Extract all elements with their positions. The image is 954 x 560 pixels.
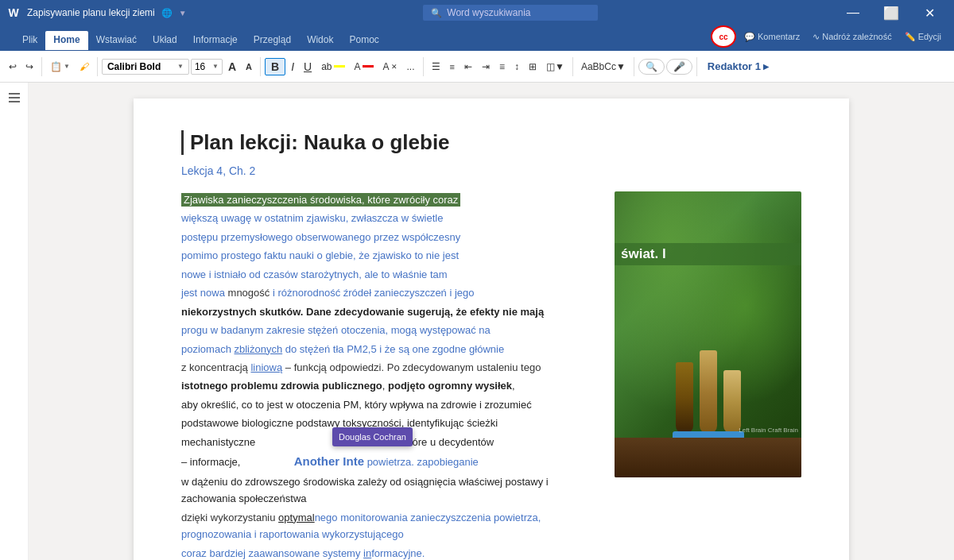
- styles-button[interactable]: AaBbCc▼: [577, 59, 630, 75]
- paragraph-3: postępu przemysłowego obserwowanego prze…: [181, 229, 599, 245]
- mic-icon: 🎤: [673, 61, 685, 72]
- dictate-button[interactable]: 🎤: [666, 59, 692, 75]
- align-button[interactable]: ≡: [495, 59, 509, 75]
- komentarz-button[interactable]: 💬 Komentarz: [739, 29, 805, 44]
- paragraph-11: istotnego problemu zdrowia publicznego, …: [181, 377, 599, 394]
- tab-pomoc[interactable]: Pomoc: [341, 31, 386, 50]
- edit-icon: ✏️: [905, 32, 916, 42]
- status-icon: 🌐: [161, 8, 173, 18]
- font-size-selector[interactable]: 16 ▼: [191, 59, 223, 75]
- document-heading: Plan lekcji: Nauka o glebie: [181, 130, 801, 155]
- divider-4: [423, 57, 424, 76]
- dropdown-icon[interactable]: ▼: [179, 9, 187, 17]
- clipboard-dropdown: ▼: [64, 63, 70, 70]
- maximize-button[interactable]: ⬜: [873, 0, 909, 25]
- search-input[interactable]: [447, 7, 590, 18]
- divider-2: [97, 57, 98, 76]
- editor-button[interactable]: Redaktor 1 ▶: [701, 58, 775, 75]
- font-dropdown-arrow: ▼: [177, 63, 184, 70]
- tubes-group: [676, 350, 741, 434]
- image-stripe: świat. l: [615, 243, 801, 265]
- window-controls: — ⬜ ✕: [835, 0, 948, 25]
- highlight-icon: ab: [321, 61, 332, 72]
- tab-informacje[interactable]: Informacje: [185, 31, 246, 50]
- word-logo: W: [5, 6, 21, 20]
- italic-button[interactable]: I: [287, 58, 298, 75]
- clear-format-icon: A: [383, 61, 390, 72]
- sidebar-icon[interactable]: [6, 91, 22, 106]
- paragraph-2: większą uwagę w ostatnim zjawisku, zwłas…: [181, 210, 599, 226]
- outdent-button[interactable]: ⇤: [460, 59, 476, 75]
- paragraph-16: w dążeniu do zdrowszego środowiska zależ…: [181, 473, 599, 508]
- line-spacing-button[interactable]: ↕: [510, 59, 523, 75]
- bullet-list-button[interactable]: ☰: [428, 59, 444, 75]
- borders-button[interactable]: ⊞: [525, 59, 541, 75]
- clipboard-icon: 📋: [50, 61, 62, 72]
- ribbon-tabs-row: Plik Home Wstawiać Układ Informacje Prze…: [0, 25, 954, 51]
- font-color-button[interactable]: A: [351, 59, 378, 75]
- tab-widok[interactable]: Widok: [299, 31, 341, 50]
- ribbon-right-area: cc 💬 Komentarz ∿ Nadróż zależność ✏️ Edy…: [711, 25, 946, 51]
- search-icon: 🔍: [431, 8, 442, 18]
- tab-plik[interactable]: Plik: [14, 31, 45, 50]
- clear-format-button[interactable]: A ✕: [379, 59, 401, 75]
- ribbon-tabs: Plik Home Wstawiać Układ Informacje Prze…: [8, 26, 711, 50]
- image-caption: świat. l: [621, 246, 666, 262]
- document-image-container: świat. l Left Brain Craft: [615, 191, 801, 560]
- paragraph-1: Zjawiska zanieczyszczenia środowiska, kt…: [181, 191, 599, 208]
- indent-button[interactable]: ⇥: [478, 59, 494, 75]
- divider-6: [634, 57, 634, 76]
- undo-redo-group: ↩ ↪: [5, 59, 37, 75]
- numbered-list-button[interactable]: ≡: [446, 60, 459, 74]
- clipboard-button[interactable]: 📋 ▼: [46, 59, 74, 75]
- more-button[interactable]: ...: [403, 59, 419, 75]
- document-subtitle: Lekcja 4, Ch. 2: [181, 164, 801, 177]
- document-image: świat. l Left Brain Craft: [615, 191, 801, 477]
- increase-font-button[interactable]: A: [224, 58, 240, 75]
- paragraph-14: mechanistyczne które u decydentów Dougla…: [181, 434, 599, 450]
- paragraph-18: coraz bardziej zaawansowane systemy info…: [181, 545, 599, 560]
- redo-button[interactable]: ↪: [21, 59, 37, 75]
- document-text-area[interactable]: Zjawiska zanieczyszczenia środowiska, kt…: [181, 191, 599, 560]
- toolbar: ↩ ↪ 📋 ▼ 🖌 Calibri Bold ▼ 16 ▼ A A B I U …: [0, 51, 954, 83]
- document-area[interactable]: Plan lekcji: Nauka o glebie Lekcja 4, Ch…: [29, 83, 954, 560]
- close-button[interactable]: ✕: [911, 0, 948, 25]
- highlighted-text-1: Zjawiska zanieczyszczenia środowiska, kt…: [181, 193, 460, 207]
- bold-button[interactable]: B: [265, 58, 285, 75]
- tab-przeglad[interactable]: Przegląd: [246, 31, 299, 50]
- sledz-button[interactable]: ∿ Nadróż zależność: [808, 29, 896, 44]
- sidebar-toggle[interactable]: [0, 83, 29, 560]
- cc-icon: cc: [719, 33, 727, 41]
- tube-1: [676, 362, 693, 434]
- decrease-font-button[interactable]: A: [242, 60, 256, 74]
- divider-1: [41, 57, 42, 76]
- image-watermark: Left Brain Craft Brain: [739, 427, 798, 434]
- paragraph-17: dzięki wykorzystaniu optymalnego monitor…: [181, 509, 599, 543]
- divider-7: [696, 57, 697, 76]
- font-selector[interactable]: Calibri Bold ▼: [102, 59, 189, 75]
- divider-3: [260, 57, 261, 76]
- find-icon: 🔍: [646, 61, 657, 72]
- edycji-button[interactable]: ✏️ Edycji: [900, 29, 946, 44]
- user-tooltip: Douglas Cochran: [332, 427, 413, 446]
- format-painter-icon: 🖌: [80, 61, 89, 72]
- tab-home[interactable]: Home: [45, 31, 87, 50]
- highlight-button[interactable]: ab: [317, 59, 348, 75]
- tab-wstawiac[interactable]: Wstawiać: [88, 31, 145, 50]
- shading-button[interactable]: ◫▼: [542, 59, 568, 75]
- paragraph-9: poziomach zbliżonych do stężeń tła PM2,5…: [181, 341, 599, 357]
- paragraph-7: niekorzystnych skutków. Dane zdecydowani…: [181, 303, 599, 320]
- sidebar-line-3: [9, 101, 20, 102]
- find-button[interactable]: 🔍: [638, 59, 665, 75]
- cc-button[interactable]: cc: [711, 25, 736, 48]
- paragraph-15: – informacje, Another Inte powietrza. za…: [181, 452, 599, 472]
- tab-uklad[interactable]: Układ: [145, 31, 185, 50]
- minimize-button[interactable]: —: [835, 0, 871, 25]
- format-painter-button[interactable]: 🖌: [76, 59, 93, 75]
- size-dropdown-arrow: ▼: [212, 63, 219, 70]
- search-box[interactable]: 🔍: [423, 5, 598, 21]
- main-layout: Plan lekcji: Nauka o glebie Lekcja 4, Ch…: [0, 83, 954, 560]
- tube-2: [700, 350, 717, 434]
- undo-button[interactable]: ↩: [5, 59, 21, 75]
- underline-button[interactable]: U: [300, 58, 316, 75]
